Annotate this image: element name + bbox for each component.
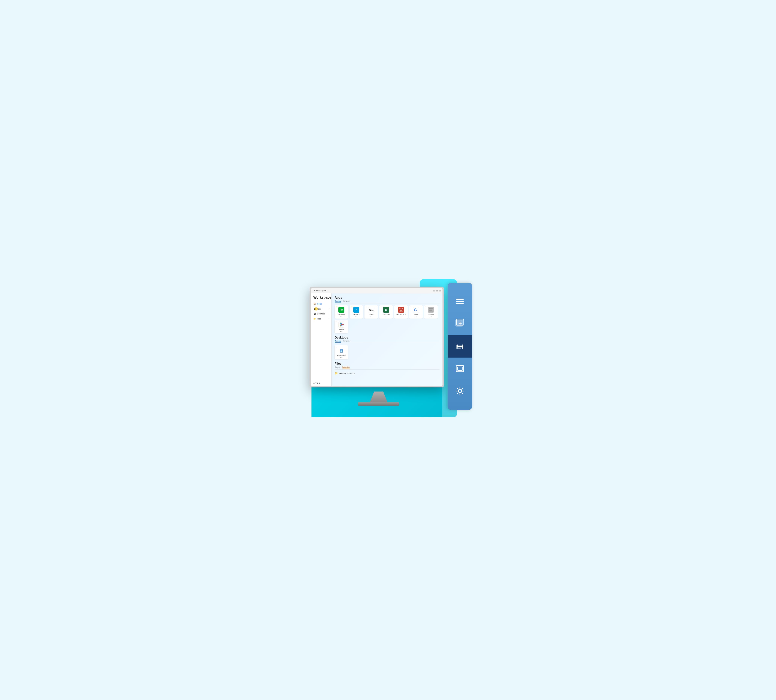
chevron-right-icon: › (329, 308, 329, 310)
svg-text:G: G (414, 307, 417, 312)
star-icon: ☆ (395, 306, 396, 308)
star-icon: ☆ (425, 306, 426, 308)
panel-menu-button[interactable] (448, 290, 472, 313)
file-name-marketing: Marketing Documents (339, 372, 355, 374)
panel-window-button[interactable] (448, 358, 472, 380)
titlebar-controls: — □ × (433, 290, 441, 292)
app-card-calculator[interactable]: ☆ (424, 305, 438, 318)
svg-rect-10 (428, 307, 433, 312)
scene: Citrix Workspace — □ × Workspace 🏠 Home (304, 283, 472, 417)
app-card-sketchup[interactable]: ☆ SU SketchUp 2018 ••• (395, 305, 408, 318)
star-icon: ★ (350, 306, 352, 308)
panel-print-button[interactable] (448, 335, 472, 358)
monitor-screen: Citrix Workspace — □ × Workspace 🏠 Home (311, 288, 443, 386)
app-dots[interactable]: ••• (340, 316, 343, 318)
sidebar-files-label: Files (317, 318, 328, 320)
menu-icon (455, 297, 465, 307)
svg-text:Suite: Suite (371, 309, 374, 311)
chevron-right-icon-3: › (329, 318, 329, 320)
hover-indicator (315, 307, 318, 310)
desktop-dots[interactable]: ••• (340, 357, 343, 359)
monitor-base (358, 402, 399, 406)
app-card-pagerduty[interactable]: ★ PD PagerDuty ••• (335, 305, 348, 318)
star-icon: ★ (336, 306, 337, 308)
svg-rect-30 (458, 343, 462, 346)
home-icon: 🏠 (313, 303, 316, 305)
svg-point-34 (462, 345, 463, 347)
files-icon: 📁 (313, 318, 316, 320)
app-name-chrome: Chrome (339, 328, 344, 330)
svg-rect-31 (458, 347, 462, 350)
app-card-gsuite[interactable]: ☆ G Suite G Suite ••• (365, 305, 378, 318)
apps-section-title: Apps (335, 296, 440, 299)
tab-desktops-favorites[interactable]: Favorites (343, 340, 350, 343)
app-dots-7[interactable]: ••• (430, 316, 432, 318)
app-card-chrome[interactable]: ☆ (335, 320, 348, 333)
app-name-sketchup: SketchUp 2018 (396, 313, 406, 315)
svg-rect-23 (456, 301, 464, 302)
svg-text:SU: SU (400, 309, 402, 311)
svg-rect-36 (458, 367, 462, 370)
app-dots-4[interactable]: ••• (385, 316, 388, 318)
tab-files-favorites[interactable]: Favorites (342, 366, 350, 369)
svg-line-44 (461, 388, 463, 389)
tab-desktops-recents[interactable]: Recents (335, 340, 341, 343)
main-content[interactable]: Apps Recents Favorites ★ PD PagerDuty ••… (331, 293, 443, 386)
desktop-card-win10[interactable]: ☆ 🖥 Win10Pooled ••• (335, 345, 348, 360)
files-section-title: Files (335, 362, 440, 365)
star-icon: ☆ (410, 306, 411, 308)
window-icon (455, 363, 465, 374)
app-dots-5[interactable]: ••• (400, 316, 402, 318)
app-card-google[interactable]: ☆ G Google ••• (409, 305, 423, 318)
svg-rect-32 (458, 348, 461, 348)
svg-rect-24 (456, 303, 464, 304)
app-name-calculator: Calculator (428, 313, 434, 315)
chevron-right-icon-2: › (329, 313, 329, 315)
panel-settings-button[interactable] (448, 380, 472, 402)
sidebar-item-home[interactable]: 🏠 Home (311, 302, 331, 307)
app-name-pagerduty: PagerDuty (338, 313, 345, 315)
svg-rect-11 (429, 308, 433, 309)
star-icon: ☆ (380, 306, 381, 308)
pagerduty-icon: PD (338, 307, 344, 313)
tab-files-recent[interactable]: Recent (335, 366, 340, 369)
app-dots-8[interactable]: ••• (340, 330, 343, 333)
titlebar: Citrix Workspace — □ × (311, 288, 443, 293)
file-item-marketing[interactable]: 📁 Marketing Documents (335, 371, 440, 375)
svg-text:G: G (369, 308, 371, 311)
star-icon: ☆ (365, 306, 367, 308)
chrome-icon (338, 322, 344, 328)
svg-line-45 (457, 393, 458, 394)
workspace-title: Workspace (311, 294, 331, 302)
minimize-button[interactable]: — (433, 290, 435, 292)
sidebar-item-files[interactable]: 📁 Files › (311, 316, 331, 322)
app-dots-6[interactable]: ••• (415, 316, 417, 318)
gsuite-icon: G Suite (368, 307, 374, 313)
restore-button[interactable]: □ (436, 290, 438, 292)
svg-text:X: X (385, 308, 387, 312)
app-name-google: Google (414, 313, 418, 315)
print-icon (455, 341, 465, 352)
close-button[interactable]: × (439, 290, 441, 292)
svg-rect-14 (431, 310, 432, 310)
files-tabs: Recent Favorites (335, 366, 440, 370)
app-brand: Citrix Workspace (313, 290, 326, 292)
svg-rect-13 (430, 310, 431, 310)
sidebar-item-apps[interactable]: ▦ Apps › (311, 307, 331, 312)
apps-tabs: Recents Favorites (335, 300, 440, 303)
apps-grid: ★ PD PagerDuty ••• ★ sf (335, 305, 440, 333)
panel-add-button[interactable] (448, 313, 472, 335)
app-dots-3[interactable]: ••• (370, 316, 373, 318)
app-card-excel[interactable]: ☆ X Excel 2016 ••• (380, 305, 393, 318)
app-card-salesforce[interactable]: ★ sf Salesforce ••• (350, 305, 363, 318)
sidebar-item-desktops[interactable]: 🖥 Desktops › (311, 312, 331, 316)
google-icon: G (413, 307, 419, 313)
excel-icon: X (383, 307, 389, 313)
tab-apps-recents[interactable]: Recents (335, 300, 341, 303)
settings-icon (455, 386, 465, 396)
tab-apps-favorites[interactable]: Favorites (343, 300, 350, 303)
sidebar-home-label: Home (317, 303, 329, 305)
files-section: Files Recent Favorites 📁 Marketing Docum… (335, 362, 440, 375)
desktops-icon: 🖥 (313, 313, 316, 315)
app-dots-2[interactable]: ••• (355, 316, 358, 318)
